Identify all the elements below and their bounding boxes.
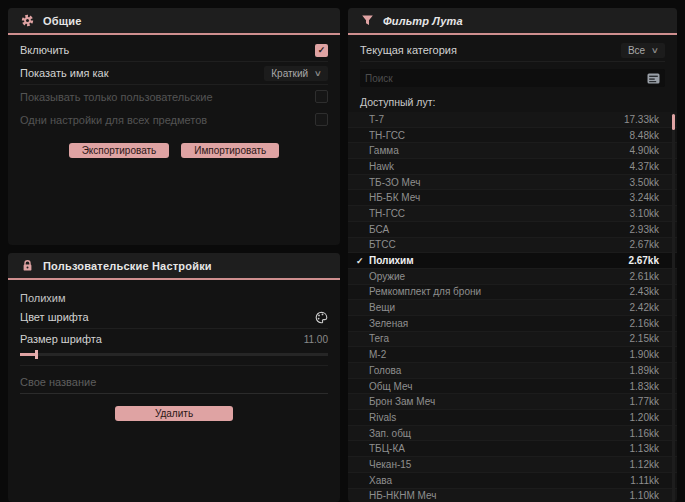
loot-item-name: Т-7 — [369, 114, 624, 125]
loot-item-row[interactable]: Голова 1.89kk — [348, 363, 677, 379]
panel-loot-filter: Фильтр Лута Текущая категория Все ∨ — [348, 8, 677, 502]
loot-item-name: М-2 — [369, 349, 630, 360]
chevron-down-icon: ∨ — [314, 69, 322, 78]
panel-general-title: Общие — [43, 15, 82, 27]
category-label: Текущая категория — [360, 44, 457, 56]
id-card-icon[interactable] — [647, 73, 660, 84]
font-size-slider[interactable] — [20, 350, 328, 359]
loot-item-row[interactable]: ТН-ГСС 8.48kk — [348, 128, 677, 144]
loot-item-row[interactable]: ТБЦ-КА 1.13kk — [348, 441, 677, 457]
font-size-value: 11.00 — [304, 334, 328, 345]
search-box — [360, 69, 665, 87]
available-loot-label: Доступный лут: — [360, 96, 665, 108]
loot-item-row[interactable]: НБ-БК Меч 3.24kk — [348, 190, 677, 206]
right-column: Фильтр Лута Текущая категория Все ∨ — [348, 8, 677, 502]
loot-list-scrollbar[interactable] — [672, 113, 675, 502]
loot-item-name: Общ Меч — [369, 381, 630, 392]
loot-item-value: 2.61kk — [630, 271, 659, 282]
loot-item-name: Ремкомплект для брони — [369, 286, 630, 297]
loot-item-name: Оружие — [369, 271, 630, 282]
panel-user-settings-body: Полихим Цвет шрифта Размер шрифта 11.00 — [8, 280, 340, 502]
loot-item-name: ТН-ГСС — [369, 130, 630, 141]
loot-item-value: 2.93kk — [630, 224, 659, 235]
loot-item-row[interactable]: Ремкомплект для брони 2.43kk — [348, 285, 677, 301]
loot-item-row[interactable]: М-2 1.90kk — [348, 347, 677, 363]
loot-item-name: Голова — [369, 365, 630, 376]
only-custom-checkbox[interactable] — [315, 90, 328, 103]
loot-item-value: 2.16kk — [630, 318, 659, 329]
name-mode-label: Показать имя как — [20, 67, 109, 79]
loot-item-row[interactable]: Зеленая 2.16kk — [348, 316, 677, 332]
loot-item-row[interactable]: ✓ Полихим 2.67kk — [348, 253, 677, 269]
slider-track — [20, 353, 328, 356]
category-row: Текущая категория Все ∨ — [360, 39, 665, 62]
slider-handle[interactable] — [35, 350, 38, 359]
gear-icon — [21, 14, 34, 27]
panel-general: Общие Включить ✓ Показать имя как Кратки… — [8, 8, 340, 245]
loot-item-name: НБ-НКНМ Меч — [369, 490, 630, 501]
loot-item-value: 1.10kk — [630, 490, 659, 501]
loot-item-name: Зеленая — [369, 318, 630, 329]
loot-item-row[interactable]: Вещи 2.42kk — [348, 300, 677, 316]
same-settings-checkbox[interactable] — [315, 113, 328, 126]
setting-row-only-custom: Показывать только пользовательские — [20, 85, 328, 108]
loot-item-row[interactable]: Общ Меч 1.83kk — [348, 379, 677, 395]
loot-item-value: 17.33kk — [624, 114, 659, 125]
loot-item-row[interactable]: Хава 1.11kk — [348, 473, 677, 489]
loot-item-value: 1.89kk — [630, 365, 659, 376]
loot-item-row[interactable]: Гамма 4.90kk — [348, 143, 677, 159]
loot-item-row[interactable]: БСА 2.93kk — [348, 222, 677, 238]
enable-checkbox[interactable]: ✓ — [315, 44, 328, 57]
loot-item-name: НБ-БК Меч — [369, 192, 630, 203]
loot-item-name: Вещи — [369, 302, 630, 313]
loot-item-value: 1.83kk — [630, 381, 659, 392]
loot-item-value: 1.11kk — [630, 475, 659, 486]
loot-item-name: Тега — [369, 333, 630, 344]
category-dropdown[interactable]: Все ∨ — [621, 43, 665, 58]
loot-item-name: Зап. общ — [369, 428, 630, 439]
loot-item-value: 4.90kk — [630, 145, 659, 156]
loot-item-row[interactable]: БТСС 2.67kk — [348, 238, 677, 254]
import-button[interactable]: Импортировать — [181, 143, 279, 158]
filter-funnel-icon — [361, 14, 374, 27]
search-input[interactable] — [365, 73, 647, 84]
same-settings-label: Одни настройки для всех предметов — [20, 114, 207, 126]
loot-item-name: ТН-ГСС — [369, 208, 630, 219]
loot-item-value: 2.15kk — [630, 333, 659, 344]
loot-item-row[interactable]: Т-7 17.33kk — [348, 112, 677, 128]
export-button[interactable]: Экспортировать — [69, 143, 170, 158]
loot-item-value: 1.16kk — [630, 428, 659, 439]
loot-item-name: БТСС — [369, 239, 630, 250]
loot-item-row[interactable]: Оружие 2.61kk — [348, 269, 677, 285]
only-custom-label: Показывать только пользовательские — [20, 91, 213, 103]
delete-button[interactable]: Удалить — [115, 406, 233, 421]
loot-item-row[interactable]: Rivals 1.20kk — [348, 410, 677, 426]
loot-item-value: 1.90kk — [630, 349, 659, 360]
divider — [20, 365, 328, 366]
font-size-row: Размер шрифта 11.00 — [20, 329, 328, 349]
font-size-label: Размер шрифта — [20, 333, 102, 345]
loot-item-value: 1.77kk — [630, 396, 659, 407]
loot-item-name: Гамма — [369, 145, 630, 156]
scrollbar-thumb[interactable] — [672, 114, 675, 130]
panel-user-settings: Пользовательские Настройки Полихим Цвет … — [8, 253, 340, 502]
loot-item-row[interactable]: Тега 2.15kk — [348, 332, 677, 348]
loot-item-value: 3.50kk — [630, 177, 659, 188]
loot-item-name: Хава — [369, 475, 630, 486]
loot-item-row[interactable]: ТБ-ЗО Меч 3.50kk — [348, 175, 677, 191]
loot-item-name: БСА — [369, 224, 630, 235]
panel-loot-filter-header: Фильтр Лута — [348, 8, 677, 35]
loot-item-row[interactable]: Брон Зам Меч 1.77kk — [348, 394, 677, 410]
loot-item-row[interactable]: ТН-ГСС 3.10kk — [348, 206, 677, 222]
name-mode-dropdown[interactable]: Краткий ∨ — [264, 66, 328, 81]
loot-item-name: ТБЦ-КА — [369, 443, 630, 454]
left-column: Общие Включить ✓ Показать имя как Кратки… — [8, 8, 340, 502]
loot-item-row[interactable]: НБ-НКНМ Меч 1.10kk — [348, 489, 677, 502]
loot-item-value: 2.67kk — [628, 255, 659, 266]
check-icon: ✓ — [318, 46, 326, 55]
loot-item-row[interactable]: Чекан-15 1.12kk — [348, 457, 677, 473]
custom-name-input[interactable] — [20, 370, 328, 394]
loot-item-row[interactable]: Hawk 4.37kk — [348, 159, 677, 175]
palette-icon[interactable] — [315, 311, 328, 324]
loot-item-row[interactable]: Зап. общ 1.16kk — [348, 426, 677, 442]
